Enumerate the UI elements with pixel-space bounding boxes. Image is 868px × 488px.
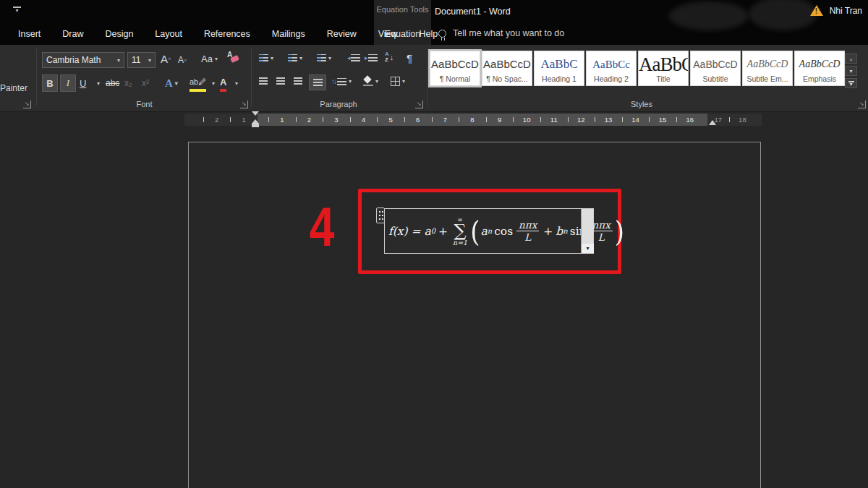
tell-me-box[interactable]: Tell me what you want to do — [438, 28, 564, 38]
style-label: Subtle Em... — [743, 74, 792, 83]
tab-layout[interactable]: Layout — [144, 29, 193, 39]
multilevel-list-button[interactable]: ▾ — [317, 54, 331, 61]
chevron-down-icon: ▾ — [215, 56, 218, 62]
align-right-button[interactable] — [294, 77, 302, 85]
ribbon-tabs: Insert Draw Design Layout References Mai… — [7, 29, 448, 39]
equation-move-handle-icon[interactable] — [376, 207, 385, 223]
sort-button[interactable]: AZ ↓ — [385, 51, 393, 63]
fraction: nπx L — [516, 220, 539, 242]
style-card-subtle-emphasis[interactable]: AaBbCcD Subtle Em... — [742, 51, 793, 86]
account-area[interactable]: ! Nhi Tran — [810, 5, 862, 16]
left-indent-marker[interactable] — [252, 111, 259, 128]
tab-draw[interactable]: Draw — [51, 29, 94, 39]
increase-indent-button[interactable]: ▸ — [365, 54, 378, 61]
grow-font-button[interactable]: A˄ — [161, 53, 171, 65]
font-name-combobox[interactable]: Cambria Math ▾ — [42, 52, 124, 68]
highlight-dropdown[interactable]: ▾ — [210, 74, 215, 92]
style-card-subtitle[interactable]: AaBbCcD Subtitle — [690, 51, 741, 86]
text-effects-button[interactable]: A ▾ — [165, 74, 178, 92]
style-card-normal[interactable]: AaBbCcD ¶ Normal — [430, 51, 480, 86]
highlight-color-button[interactable]: ab🖉 — [190, 74, 206, 92]
chevron-down-icon: ▾ — [328, 55, 331, 61]
chevron-down-icon: ▾ — [375, 78, 378, 85]
style-card-heading2[interactable]: AaBbCc Heading 2 — [586, 51, 637, 86]
align-left-button[interactable] — [259, 77, 268, 85]
style-card-emphasis[interactable]: AaBbCcD Emphasis — [794, 51, 845, 86]
borders-button[interactable]: ▾ — [391, 77, 405, 86]
tab-design[interactable]: Design — [94, 29, 144, 39]
borders-grid-icon — [391, 77, 400, 86]
tab-references[interactable]: References — [193, 29, 261, 39]
styles-dialog-launcher[interactable]: ↘ — [858, 100, 866, 108]
sort-icon: AZ — [385, 51, 389, 63]
ruler-number: 1 — [268, 114, 296, 126]
shading-button[interactable]: ▾ — [363, 77, 378, 86]
ribbon: Painter ↘ Cambria Math ▾ 11 ▾ A˄ A˅ Aa ▾… — [0, 45, 868, 112]
styles-scroll-up-button[interactable]: ▴ — [845, 53, 857, 64]
chevron-down-icon: ▾ — [271, 55, 273, 61]
align-right-icon — [294, 77, 302, 85]
font-dialog-launcher[interactable]: ↘ — [240, 100, 248, 108]
equation-object[interactable]: f(x) = a0 + ∞ ∑ n=1 ( an cos nπx L + bn … — [384, 208, 594, 254]
group-separator — [36, 48, 37, 106]
bold-button[interactable]: B — [42, 74, 58, 92]
style-card-heading1[interactable]: AaBbC Heading 1 — [534, 51, 584, 86]
styles-scroll-down-button[interactable]: ▾ — [845, 66, 857, 76]
font-name-value: Cambria Math — [46, 55, 101, 65]
equation-options-strip[interactable]: ▾ — [581, 209, 593, 253]
underline-button[interactable]: U — [80, 74, 86, 92]
ruler-number: 6 — [404, 114, 432, 126]
ruler-number: 13 — [595, 114, 622, 126]
strikethrough-button[interactable]: abc — [106, 74, 119, 92]
chevron-down-icon: ▾ — [402, 78, 405, 85]
justify-button[interactable] — [309, 74, 326, 90]
ruler-number: 2 — [296, 114, 323, 126]
show-hide-pilcrow-button[interactable]: ¶ — [407, 52, 412, 64]
ruler-number: 16 — [676, 114, 704, 126]
font-size-value: 11 — [132, 55, 140, 65]
clipboard-dialog-launcher[interactable]: ↘ — [23, 100, 31, 108]
align-center-icon — [276, 77, 285, 85]
horizontal-ruler[interactable]: 21 12345678910111213141516 1718 — [184, 114, 762, 126]
tab-mailings[interactable]: Mailings — [261, 29, 316, 39]
document-title: Document1 - Word — [435, 7, 511, 17]
style-preview: AaBbCcD — [430, 55, 480, 74]
style-preview: AaBbCcD — [691, 55, 740, 74]
numbered-list-button[interactable]: ▾ — [288, 54, 302, 61]
styles-more-button[interactable]: ▾ — [845, 78, 857, 88]
font-size-combobox[interactable]: 11 ▾ — [127, 52, 156, 68]
underline-dropdown[interactable]: ▾ — [95, 74, 100, 92]
change-case-button[interactable]: Aa ▾ — [201, 53, 218, 64]
ruler-text-area: 12345678910111213141516 — [258, 114, 707, 126]
style-card-title[interactable]: AaBbCcD Title — [638, 51, 689, 86]
ruler-number: 2 — [203, 114, 231, 126]
superscript-button[interactable]: x² — [142, 74, 149, 92]
format-painter-button[interactable]: Painter — [0, 83, 27, 93]
right-indent-marker[interactable] — [709, 120, 716, 125]
equation-dropdown-arrow-icon[interactable]: ▾ — [582, 244, 594, 253]
style-preview: AaBbC — [535, 55, 584, 74]
paragraph-dialog-launcher[interactable]: ↘ — [415, 100, 423, 108]
quick-access-customize-icon[interactable]: ▾ — [13, 7, 21, 14]
bullet-list-button[interactable]: ▾ — [259, 54, 273, 61]
fraction: nπx L — [590, 220, 613, 242]
word-window: ▾ Equation Tools Equation Document1 - Wo… — [0, 0, 868, 488]
italic-button[interactable]: I — [60, 74, 76, 92]
shrink-font-button[interactable]: A˅ — [178, 55, 187, 65]
chevron-down-icon: ▾ — [299, 55, 302, 61]
eraser-icon — [227, 52, 239, 62]
subscript-button[interactable]: x₂ — [124, 74, 132, 92]
style-card-no-spacing[interactable]: AaBbCcD ¶ No Spac... — [482, 51, 532, 86]
tab-view[interactable]: View — [367, 29, 409, 39]
font-color-dropdown[interactable]: ▾ — [233, 74, 238, 92]
contextual-group-title: Equation Tools — [374, 5, 431, 14]
equation-lhs: f(x) = a — [388, 225, 431, 238]
align-center-button[interactable] — [276, 77, 285, 85]
decrease-indent-button[interactable]: ◂ — [347, 54, 360, 61]
tab-review[interactable]: Review — [316, 29, 367, 39]
equation-content[interactable]: f(x) = a0 + ∞ ∑ n=1 ( an cos nπx L + bn … — [385, 209, 580, 253]
clear-formatting-button[interactable] — [227, 52, 239, 62]
font-color-button[interactable]: A — [220, 74, 226, 92]
line-spacing-button[interactable]: ↑↓ ▾ — [331, 77, 352, 85]
tab-insert[interactable]: Insert — [7, 29, 51, 39]
